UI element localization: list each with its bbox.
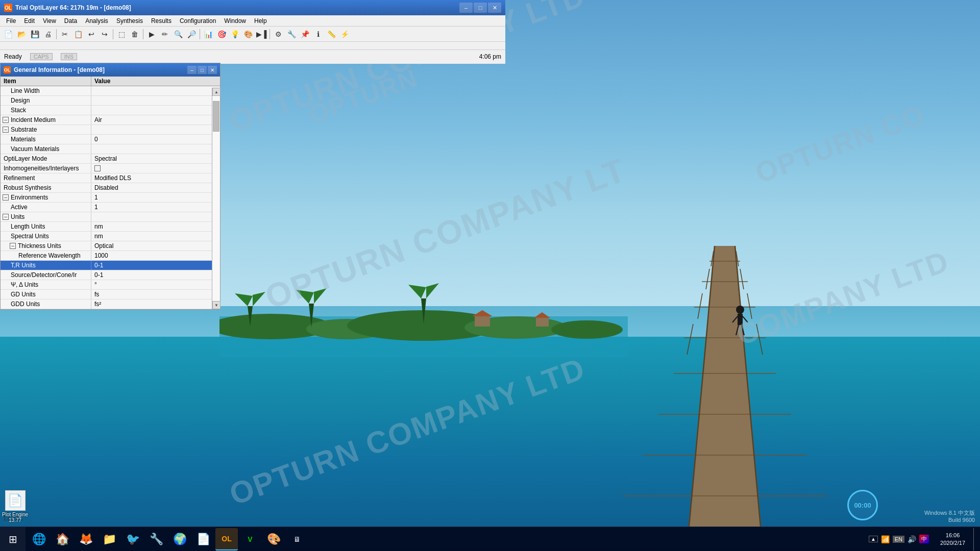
table-row[interactable]: GDD Units fs² [1, 299, 220, 309]
table-row[interactable]: Robust Synthesis Disabled [1, 183, 220, 193]
menu-synthesis[interactable]: Synthesis [112, 16, 147, 26]
toolbar-run[interactable]: ▶ [145, 28, 158, 40]
toolbar-sep-3 [143, 29, 143, 39]
toolbar-target[interactable]: 🎯 [215, 28, 228, 40]
table-row[interactable]: – Environments 1 [1, 193, 220, 203]
menu-help[interactable]: Help [250, 16, 271, 26]
table-row[interactable]: Active 1 [1, 203, 220, 212]
toolbar-media[interactable]: ▶▐ [255, 28, 267, 40]
table-row[interactable]: – Incident Medium Air [1, 115, 220, 125]
taskbar-tools[interactable]: 🔧 [145, 528, 167, 550]
taskbar-video[interactable]: V [239, 528, 261, 550]
table-row[interactable]: Vacuum Materials [1, 144, 220, 154]
menu-data[interactable]: Data [60, 16, 81, 26]
table-row[interactable]: – Thickness Units Optical [1, 241, 220, 251]
item-thickness-units: – Thickness Units [1, 241, 91, 251]
expand-icon[interactable]: – [10, 243, 16, 249]
table-row[interactable]: Stack [1, 106, 220, 115]
panel-maximize[interactable]: □ [198, 66, 207, 74]
expand-icon[interactable]: – [3, 117, 9, 123]
checkbox-inhomogeneities[interactable] [94, 165, 101, 171]
taskbar-firefox[interactable]: 🦊 [75, 528, 97, 550]
toolbar-color[interactable]: 🎨 [242, 28, 254, 40]
scroll-track[interactable] [212, 96, 220, 301]
toolbar-info[interactable]: ℹ [312, 28, 324, 40]
taskbar-doc[interactable]: 📄 [192, 528, 214, 550]
systray-expand[interactable]: ▲ [869, 536, 878, 542]
toolbar-print[interactable]: 🖨 [42, 28, 54, 40]
toolbar-tools2[interactable]: 🔧 [285, 28, 298, 40]
table-row[interactable]: Refinement Modified DLS [1, 173, 220, 183]
scrollbar-vertical[interactable]: ▲ ▼ [212, 88, 220, 309]
toolbar-edit-pen[interactable]: ✏ [159, 28, 171, 40]
toolbar-cut[interactable]: ✂ [59, 28, 71, 40]
scroll-up[interactable]: ▲ [212, 88, 220, 96]
table-row[interactable]: OptiLayer Mode Spectral [1, 154, 220, 164]
plot-engine[interactable]: 📄 Plot Engine 13.77 [2, 490, 28, 523]
table-row-selected[interactable]: T,R Units 0-1 ▼ [1, 261, 220, 270]
toolbar-chart[interactable]: 📊 [202, 28, 214, 40]
taskbar-optilayer[interactable]: OL [215, 528, 238, 550]
table-row[interactable]: Reference Wavelength 1000 [1, 251, 220, 261]
table-row[interactable]: Inhomogeneities/Interlayers [1, 164, 220, 173]
taskbar-browser2[interactable]: 🌍 [168, 528, 191, 550]
svg-marker-8 [253, 292, 265, 306]
table-row[interactable]: Design [1, 96, 220, 106]
show-desktop[interactable] [973, 528, 976, 550]
expand-icon[interactable]: – [3, 194, 9, 201]
taskbar-color-icon[interactable]: 🖥 [286, 528, 308, 550]
toolbar-metrics[interactable]: 📏 [325, 28, 337, 40]
systray: ▲ 📶 EN 🔊 中 [866, 535, 932, 543]
toolbar-save[interactable]: 💾 [29, 28, 41, 40]
toolbar-extra[interactable]: ⚡ [338, 28, 351, 40]
expand-icon[interactable]: – [3, 214, 9, 220]
menu-results[interactable]: Results [147, 16, 176, 26]
table-row[interactable]: Length Units nm [1, 222, 220, 232]
menu-configuration[interactable]: Configuration [176, 16, 220, 26]
maximize-button[interactable]: □ [474, 3, 487, 13]
table-row[interactable]: Line Width [1, 86, 220, 96]
table-row[interactable]: Materials 0 [1, 135, 220, 144]
systray-volume[interactable]: 🔊 [908, 535, 916, 543]
scroll-thumb[interactable] [213, 101, 219, 132]
taskbar-explorer[interactable]: 📁 [98, 528, 120, 550]
toolbar-zoom-in[interactable]: 🔍 [172, 28, 184, 40]
menu-file[interactable]: File [2, 16, 20, 26]
toolbar-open[interactable]: 📂 [15, 28, 28, 40]
taskbar-clock[interactable]: 16:06 2020/2/17 [936, 532, 969, 546]
menu-edit[interactable]: Edit [20, 16, 39, 26]
value-active: 1 [91, 203, 220, 212]
toolbar-copy[interactable]: 📋 [72, 28, 84, 40]
toolbar-delete[interactable]: 🗑 [129, 28, 141, 40]
toolbar-settings[interactable]: ⚙ [272, 28, 284, 40]
expand-icon[interactable]: – [3, 127, 9, 133]
menu-analysis[interactable]: Analysis [81, 16, 112, 26]
close-button[interactable]: ✕ [488, 3, 501, 13]
start-button[interactable]: ⊞ [0, 527, 26, 552]
taskbar-home[interactable]: 🏠 [51, 528, 74, 550]
taskbar-paint[interactable]: 🎨 [262, 528, 285, 550]
toolbar-new[interactable]: 📄 [2, 28, 14, 40]
table-row[interactable]: – Substrate [1, 125, 220, 135]
menu-window[interactable]: Window [220, 16, 250, 26]
table-row[interactable]: Spectral Units nm [1, 232, 220, 241]
toolbar-undo[interactable]: ↩ [85, 28, 97, 40]
taskbar-bird[interactable]: 🐦 [121, 528, 144, 550]
panel-minimize[interactable]: – [187, 66, 197, 74]
toolbar-pin[interactable]: 📌 [299, 28, 311, 40]
toolbar-zoom-out[interactable]: 🔎 [185, 28, 198, 40]
app-window: OL Trial OptiLayer 64: 217h 19m - [demo0… [0, 0, 505, 64]
menu-view[interactable]: View [39, 16, 60, 26]
toolbar-bulb[interactable]: 💡 [229, 28, 241, 40]
taskbar-ie[interactable]: 🌐 [28, 528, 50, 550]
table-row[interactable]: – Units [1, 212, 220, 222]
status-ins: INS [61, 53, 77, 60]
table-row[interactable]: Ψ, Δ Units ° [1, 280, 220, 290]
table-row[interactable]: Source/Detector/Cone/Ir 0-1 [1, 270, 220, 280]
panel-close[interactable]: ✕ [208, 66, 217, 74]
scroll-down[interactable]: ▼ [212, 301, 220, 309]
toolbar-select[interactable]: ⬚ [115, 28, 128, 40]
minimize-button[interactable]: – [459, 3, 473, 13]
toolbar-redo[interactable]: ↪ [99, 28, 111, 40]
table-row[interactable]: GD Units fs [1, 290, 220, 299]
